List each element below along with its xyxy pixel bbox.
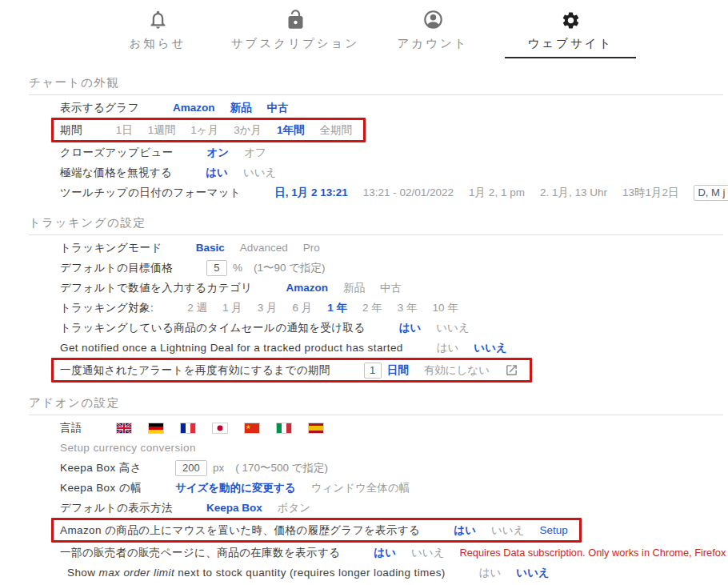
currency-conversion-label[interactable]: Setup currency conversion (60, 442, 196, 454)
row-alert-reset-period: 一度通知されたアラートを再度有効にするまでの期間日間有効にしない (51, 358, 532, 383)
flag-italy-icon[interactable] (276, 423, 292, 434)
option[interactable]: 1 月 (222, 301, 242, 315)
alert-reset-period-label: 一度通知されたアラートを再度有効にするまでの期間 (60, 363, 330, 378)
option[interactable]: はい (479, 566, 502, 580)
row-max-order-limit: Show max order limit next to stock quant… (67, 563, 723, 583)
option[interactable]: 1日 (116, 123, 133, 138)
option[interactable]: 1月 2, 1 pm (469, 186, 525, 200)
row-default-display: デフォルトの表示方法Keepa Boxボタン (60, 498, 723, 518)
section-chart-appearance: チャートの外観表示するグラフAmazon新品中古期間1日1週間1ヶ月3か月1年間… (29, 75, 723, 203)
option-selected[interactable]: 1 年 (327, 301, 347, 315)
option[interactable]: 全期間 (320, 123, 353, 138)
row-stock-quantity: 一部の販売者の販売ページに、商品の在庫数を表示するはいいいえRequires D… (60, 543, 723, 563)
option-selected[interactable]: 中古 (266, 101, 288, 115)
row-tracking-duration: トラッキング対象:2 週1 月3 月6 月1 年2 年3 年10 年 (60, 298, 723, 318)
tooltip-date-format-input[interactable] (694, 185, 728, 201)
option[interactable]: 有効にしない (424, 363, 490, 378)
option[interactable]: いいえ (436, 321, 469, 335)
keepa-box-height-input[interactable] (175, 460, 207, 476)
label-segment: Show (67, 567, 99, 579)
display-graphs-label: 表示するグラフ (60, 101, 139, 115)
row-hover-graph: Amazon の商品の上にマウスを置いた時、価格の履歴グラフを表示するはいいいえ… (51, 518, 582, 543)
hint-text: ( 170〜500 で指定) (235, 461, 328, 475)
option[interactable]: 1週間 (148, 123, 176, 138)
label-segment: max order limit (99, 567, 175, 579)
option-selected[interactable]: Amazon (173, 102, 215, 114)
lightning-deal-notification-label: Get notified once a Lightning Deal for a… (60, 342, 403, 354)
tab-website[interactable]: ウェブサイト (505, 8, 636, 58)
option[interactable]: いいえ (411, 546, 444, 560)
flag-germany-icon[interactable] (148, 423, 164, 434)
option-selected[interactable]: はい (206, 166, 228, 180)
option-selected[interactable]: はい (399, 321, 422, 335)
option-selected[interactable]: サイズを動的に変更する (175, 481, 296, 495)
option[interactable]: 2. 1月, 13 Uhr (540, 186, 607, 200)
tab-label: サブスクリプション (231, 36, 360, 51)
settings-tabs: お知らせサブスクリプションアカウントウェブサイト (0, 0, 728, 58)
label-segment: next to stock quantity (requires longer … (174, 567, 446, 579)
option[interactable]: 6 月 (293, 301, 313, 315)
option-selected[interactable]: いいえ (474, 341, 506, 355)
option-selected[interactable]: Basic (196, 242, 225, 254)
settings-sections: チャートの外観表示するグラフAmazon新品中古期間1日1週間1ヶ月3か月1年間… (0, 58, 728, 585)
option[interactable]: はい (437, 341, 459, 355)
hint-text: (1〜90 で指定) (254, 261, 326, 275)
section-title: チャートの外観 (29, 75, 723, 95)
option[interactable]: 2 週 (187, 301, 207, 315)
row-deal-notification: トラッキングしている商品のタイムセールの通知を受け取るはいいいえ (60, 318, 723, 338)
max-order-limit-label: Show max order limit next to stock quant… (67, 567, 446, 579)
option-selected[interactable]: Keepa Box (206, 502, 262, 514)
flag-france-icon[interactable] (180, 423, 196, 434)
person-icon (422, 8, 444, 30)
tab-subscription[interactable]: サブスクリプション (230, 8, 361, 58)
setup-link[interactable]: Setup (539, 524, 567, 536)
option-selected[interactable]: いいえ (516, 566, 549, 580)
tab-account[interactable]: アカウント (367, 8, 498, 58)
option[interactable]: 3か月 (234, 123, 262, 138)
deal-notification-label: トラッキングしている商品のタイムセールの通知を受け取る (60, 321, 366, 335)
option-selected[interactable]: はい (454, 523, 476, 538)
warning-text: Requires Data subscription. Only works i… (459, 547, 728, 559)
option-selected[interactable]: 1年間 (277, 123, 305, 138)
option[interactable]: 13時1月2日 (622, 186, 679, 200)
tab-notifications[interactable]: お知らせ (92, 8, 223, 58)
option-selected[interactable]: Amazon (286, 282, 328, 294)
option[interactable]: 新品 (343, 281, 365, 295)
option-selected[interactable]: 日間 (387, 363, 409, 378)
unlock-icon (285, 8, 306, 30)
option-selected[interactable]: オン (207, 146, 230, 160)
row-default-category: デフォルトで数値を入力するカテゴリAmazon新品中古 (60, 278, 723, 298)
option[interactable]: ボタン (278, 501, 310, 515)
alert-reset-period-input[interactable] (364, 363, 382, 379)
unit-label: % (233, 262, 242, 274)
option[interactable]: 中古 (380, 281, 402, 295)
row-language: 言語 (60, 418, 723, 438)
option[interactable]: 3 月 (258, 301, 278, 315)
time-range-label: 期間 (60, 123, 82, 138)
tab-label: ウェブサイト (527, 36, 613, 51)
option[interactable]: いいえ (243, 166, 276, 180)
option[interactable]: オフ (244, 146, 266, 160)
option[interactable]: Pro (303, 242, 320, 254)
option[interactable]: Advanced (240, 242, 288, 254)
option[interactable]: 13:21 - 02/01/2022 (363, 186, 454, 198)
open-in-new-icon[interactable] (505, 363, 518, 377)
option[interactable]: いいえ (491, 523, 524, 538)
default-target-price-input[interactable] (206, 260, 227, 276)
option[interactable]: 3 年 (398, 301, 418, 315)
flag-uk-icon[interactable] (116, 423, 132, 434)
flag-spain-icon[interactable] (308, 423, 324, 434)
row-keepa-box-height: Keepa Box 高さpx( 170〜500 で指定) (60, 458, 723, 478)
option[interactable]: ウィンドウ全体の幅 (311, 481, 410, 495)
flag-japan-icon[interactable] (212, 423, 228, 434)
option-selected[interactable]: はい (374, 546, 396, 560)
option[interactable]: 2 年 (362, 301, 382, 315)
option-selected[interactable]: 日, 1月 2 13:21 (274, 186, 348, 200)
option[interactable]: 1ヶ月 (190, 123, 218, 138)
flag-china-icon[interactable] (244, 423, 260, 434)
close-up-view-label: クローズアップビュー (60, 146, 174, 160)
option-selected[interactable]: 新品 (230, 101, 251, 115)
row-currency-conversion: Setup currency conversion (60, 438, 723, 458)
option[interactable]: 10 年 (433, 301, 458, 315)
section-title: アドオンの設定 (29, 395, 723, 415)
